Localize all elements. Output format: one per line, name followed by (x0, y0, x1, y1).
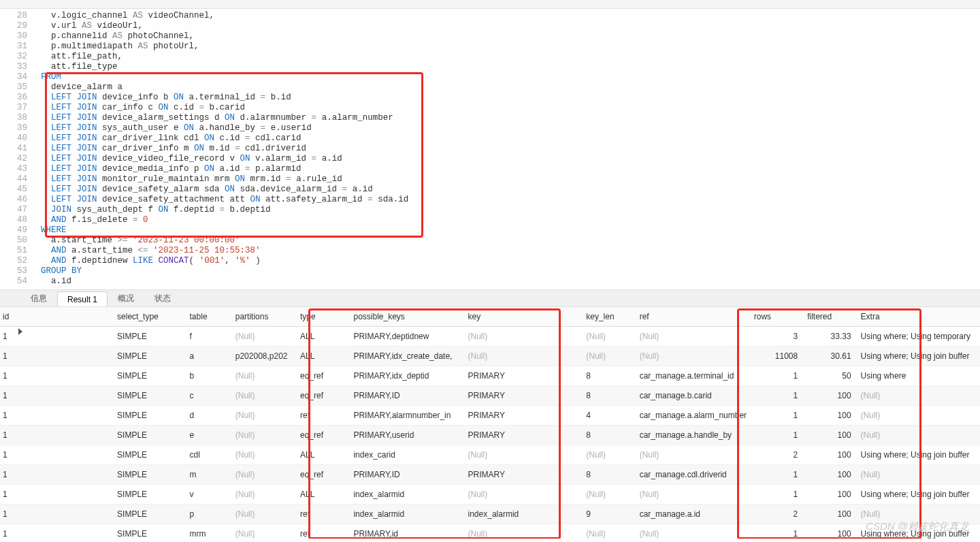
table-row[interactable]: 1SIMPLEf(Null)ALLPRIMARY,deptidnew(Null)… (0, 327, 980, 347)
table-row[interactable]: 1SIMPLEv(Null)ALLindex_alarmid(Null)(Nul… (0, 485, 980, 505)
table-row[interactable]: 1SIMPLEc(Null)eq_refPRIMARY,IDPRIMARY8ca… (0, 386, 980, 406)
tab-status[interactable]: 状态 (144, 289, 181, 306)
tab-info[interactable]: 信息 (20, 289, 57, 306)
table-row[interactable]: 1SIMPLEap202008,p202ALLPRIMARY,idx_creat… (0, 347, 980, 366)
table-row[interactable]: 1SIMPLEcdl(Null)ALLindex_carid(Null)(Nul… (0, 445, 980, 465)
toolbar (0, 0, 980, 9)
col-key_len[interactable]: key_len (583, 307, 636, 327)
col-possible_keys[interactable]: possible_keys (350, 307, 465, 327)
table-row[interactable]: 1SIMPLEm(Null)eq_refPRIMARY,IDPRIMARY8ca… (0, 465, 980, 485)
line-gutter: 2829303132333435363738394041424344454647… (0, 11, 41, 287)
col-key[interactable]: key (466, 307, 584, 327)
code-area[interactable]: v.logic_channel AS videoChannel, v.url A… (41, 11, 980, 287)
result-grid-wrap: idselect_typetablepartitionstypepossible… (0, 306, 980, 539)
table-row[interactable]: 1SIMPLEe(Null)eq_refPRIMARY,useridPRIMAR… (0, 426, 980, 445)
tab-result[interactable]: Result 1 (57, 291, 108, 306)
explain-result-grid[interactable]: idselect_typetablepartitionstypepossible… (0, 307, 980, 539)
table-row[interactable]: 1SIMPLEmrm(Null)refPRIMARY,id(Null)(Null… (0, 524, 980, 539)
table-row[interactable]: 1SIMPLEd(Null)refPRIMARY,alarmnumber_inP… (0, 406, 980, 426)
col-rows[interactable]: rows (751, 307, 804, 327)
col-ref[interactable]: ref (637, 307, 751, 327)
col-type[interactable]: type (297, 307, 350, 327)
col-id[interactable]: id (0, 307, 114, 327)
col-partitions[interactable]: partitions (233, 307, 297, 327)
current-row-icon (18, 328, 22, 335)
tab-profile[interactable]: 概况 (108, 289, 144, 306)
table-row[interactable]: 1SIMPLEb(Null)eq_refPRIMARY,idx_deptidPR… (0, 366, 980, 386)
col-filtered[interactable]: filtered (804, 307, 858, 327)
col-select_type[interactable]: select_type (114, 307, 186, 327)
col-table[interactable]: table (187, 307, 233, 327)
table-row[interactable]: 1SIMPLEp(Null)refindex_alarmidindex_alar… (0, 505, 980, 524)
col-extra[interactable]: Extra (858, 307, 980, 327)
result-tabs: 信息 Result 1 概况 状态 (0, 289, 980, 306)
sql-editor[interactable]: 2829303132333435363738394041424344454647… (0, 9, 980, 289)
